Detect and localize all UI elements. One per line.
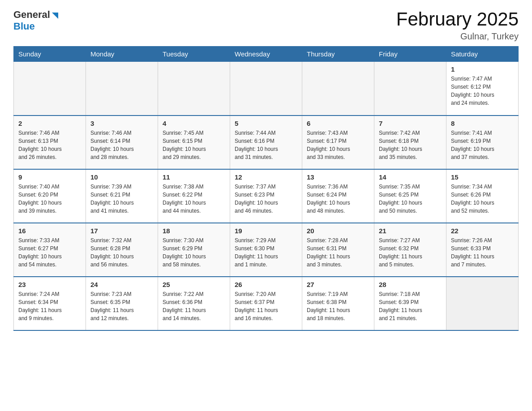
day-number: 28	[379, 281, 442, 288]
calendar-cell: 21Sunrise: 7:27 AM Sunset: 6:32 PM Dayli…	[374, 223, 446, 277]
day-number: 9	[18, 173, 81, 181]
day-number: 22	[451, 227, 514, 235]
day-number: 26	[235, 281, 297, 288]
day-info: Sunrise: 7:42 AM Sunset: 6:18 PM Dayligh…	[379, 129, 442, 161]
calendar-week-row: 9Sunrise: 7:40 AM Sunset: 6:20 PM Daylig…	[14, 169, 519, 223]
day-number: 25	[163, 281, 225, 288]
column-header-friday: Friday	[374, 47, 446, 62]
calendar-cell: 9Sunrise: 7:40 AM Sunset: 6:20 PM Daylig…	[14, 169, 86, 223]
calendar-table: SundayMondayTuesdayWednesdayThursdayFrid…	[13, 46, 519, 331]
column-header-sunday: Sunday	[14, 47, 86, 62]
location-text: Gulnar, Turkey	[396, 31, 519, 42]
calendar-cell: 20Sunrise: 7:28 AM Sunset: 6:31 PM Dayli…	[302, 223, 374, 277]
day-info: Sunrise: 7:19 AM Sunset: 6:38 PM Dayligh…	[307, 290, 369, 322]
title-area: February 2025 Gulnar, Turkey	[396, 9, 519, 42]
calendar-week-row: 23Sunrise: 7:24 AM Sunset: 6:34 PM Dayli…	[14, 277, 519, 330]
day-number: 6	[307, 120, 369, 127]
day-info: Sunrise: 7:47 AM Sunset: 6:12 PM Dayligh…	[451, 75, 514, 107]
day-number: 1	[451, 65, 514, 73]
calendar-header-row: SundayMondayTuesdayWednesdayThursdayFrid…	[14, 47, 519, 62]
calendar-cell: 3Sunrise: 7:46 AM Sunset: 6:14 PM Daylig…	[86, 116, 158, 169]
calendar-cell	[14, 62, 86, 116]
calendar-cell: 26Sunrise: 7:20 AM Sunset: 6:37 PM Dayli…	[230, 277, 302, 330]
calendar-cell	[302, 62, 374, 116]
day-number: 5	[235, 120, 297, 127]
calendar-cell	[374, 62, 446, 116]
calendar-cell: 1Sunrise: 7:47 AM Sunset: 6:12 PM Daylig…	[446, 62, 519, 116]
day-info: Sunrise: 7:45 AM Sunset: 6:15 PM Dayligh…	[163, 129, 225, 161]
column-header-tuesday: Tuesday	[158, 47, 230, 62]
day-number: 23	[18, 281, 81, 288]
logo: General Blue	[13, 9, 60, 32]
day-info: Sunrise: 7:33 AM Sunset: 6:27 PM Dayligh…	[18, 236, 81, 269]
day-info: Sunrise: 7:26 AM Sunset: 6:33 PM Dayligh…	[451, 236, 514, 269]
day-info: Sunrise: 7:40 AM Sunset: 6:20 PM Dayligh…	[18, 183, 81, 215]
calendar-cell: 24Sunrise: 7:23 AM Sunset: 6:35 PM Dayli…	[86, 277, 158, 330]
svg-marker-0	[52, 13, 58, 19]
day-info: Sunrise: 7:34 AM Sunset: 6:26 PM Dayligh…	[451, 183, 514, 215]
calendar-cell	[230, 62, 302, 116]
calendar-title: February 2025	[396, 9, 519, 30]
calendar-cell: 19Sunrise: 7:29 AM Sunset: 6:30 PM Dayli…	[230, 223, 302, 277]
day-number: 20	[307, 227, 369, 235]
calendar-cell: 5Sunrise: 7:44 AM Sunset: 6:16 PM Daylig…	[230, 116, 302, 169]
column-header-wednesday: Wednesday	[230, 47, 302, 62]
day-info: Sunrise: 7:29 AM Sunset: 6:30 PM Dayligh…	[235, 236, 297, 269]
calendar-cell: 6Sunrise: 7:43 AM Sunset: 6:17 PM Daylig…	[302, 116, 374, 169]
column-header-saturday: Saturday	[446, 47, 519, 62]
logo-blue-text: Blue	[13, 21, 60, 32]
calendar-cell: 16Sunrise: 7:33 AM Sunset: 6:27 PM Dayli…	[14, 223, 86, 277]
calendar-cell: 14Sunrise: 7:35 AM Sunset: 6:25 PM Dayli…	[374, 169, 446, 223]
calendar-cell: 23Sunrise: 7:24 AM Sunset: 6:34 PM Dayli…	[14, 277, 86, 330]
day-number: 27	[307, 281, 369, 288]
calendar-cell	[446, 277, 519, 330]
day-info: Sunrise: 7:37 AM Sunset: 6:23 PM Dayligh…	[235, 183, 297, 215]
calendar-cell: 11Sunrise: 7:38 AM Sunset: 6:22 PM Dayli…	[158, 169, 230, 223]
calendar-cell: 18Sunrise: 7:30 AM Sunset: 6:29 PM Dayli…	[158, 223, 230, 277]
calendar-cell: 10Sunrise: 7:39 AM Sunset: 6:21 PM Dayli…	[86, 169, 158, 223]
logo-arrow-icon	[50, 11, 60, 21]
logo-text: General Blue	[13, 9, 60, 32]
calendar-cell: 8Sunrise: 7:41 AM Sunset: 6:19 PM Daylig…	[446, 116, 519, 169]
day-number: 12	[235, 173, 297, 181]
day-number: 7	[379, 120, 442, 127]
day-info: Sunrise: 7:32 AM Sunset: 6:28 PM Dayligh…	[90, 236, 153, 269]
day-info: Sunrise: 7:39 AM Sunset: 6:21 PM Dayligh…	[90, 183, 153, 215]
day-number: 16	[18, 227, 81, 235]
day-number: 21	[379, 227, 442, 235]
day-info: Sunrise: 7:22 AM Sunset: 6:36 PM Dayligh…	[163, 290, 225, 322]
day-number: 2	[18, 120, 81, 127]
logo-general-text: General	[13, 9, 50, 21]
day-number: 10	[90, 173, 153, 181]
day-number: 8	[451, 120, 514, 127]
day-info: Sunrise: 7:46 AM Sunset: 6:14 PM Dayligh…	[90, 129, 153, 161]
calendar-cell: 25Sunrise: 7:22 AM Sunset: 6:36 PM Dayli…	[158, 277, 230, 330]
calendar-week-row: 2Sunrise: 7:46 AM Sunset: 6:13 PM Daylig…	[14, 116, 519, 169]
day-number: 14	[379, 173, 442, 181]
calendar-cell: 4Sunrise: 7:45 AM Sunset: 6:15 PM Daylig…	[158, 116, 230, 169]
day-info: Sunrise: 7:30 AM Sunset: 6:29 PM Dayligh…	[163, 236, 225, 269]
day-number: 24	[90, 281, 153, 288]
calendar-cell: 7Sunrise: 7:42 AM Sunset: 6:18 PM Daylig…	[374, 116, 446, 169]
day-number: 15	[451, 173, 514, 181]
day-number: 13	[307, 173, 369, 181]
calendar-week-row: 16Sunrise: 7:33 AM Sunset: 6:27 PM Dayli…	[14, 223, 519, 277]
page-header: General Blue February 2025 Gulnar, Turke…	[13, 9, 519, 42]
calendar-cell: 17Sunrise: 7:32 AM Sunset: 6:28 PM Dayli…	[86, 223, 158, 277]
calendar-cell	[158, 62, 230, 116]
calendar-cell: 22Sunrise: 7:26 AM Sunset: 6:33 PM Dayli…	[446, 223, 519, 277]
calendar-cell: 15Sunrise: 7:34 AM Sunset: 6:26 PM Dayli…	[446, 169, 519, 223]
calendar-cell: 27Sunrise: 7:19 AM Sunset: 6:38 PM Dayli…	[302, 277, 374, 330]
column-header-thursday: Thursday	[302, 47, 374, 62]
day-info: Sunrise: 7:41 AM Sunset: 6:19 PM Dayligh…	[451, 129, 514, 161]
day-info: Sunrise: 7:18 AM Sunset: 6:39 PM Dayligh…	[379, 290, 442, 322]
calendar-cell: 13Sunrise: 7:36 AM Sunset: 6:24 PM Dayli…	[302, 169, 374, 223]
day-number: 3	[90, 120, 153, 127]
day-info: Sunrise: 7:36 AM Sunset: 6:24 PM Dayligh…	[307, 183, 369, 215]
calendar-cell: 12Sunrise: 7:37 AM Sunset: 6:23 PM Dayli…	[230, 169, 302, 223]
day-number: 11	[163, 173, 225, 181]
day-info: Sunrise: 7:35 AM Sunset: 6:25 PM Dayligh…	[379, 183, 442, 215]
day-info: Sunrise: 7:38 AM Sunset: 6:22 PM Dayligh…	[163, 183, 225, 215]
day-info: Sunrise: 7:27 AM Sunset: 6:32 PM Dayligh…	[379, 236, 442, 269]
day-number: 17	[90, 227, 153, 235]
